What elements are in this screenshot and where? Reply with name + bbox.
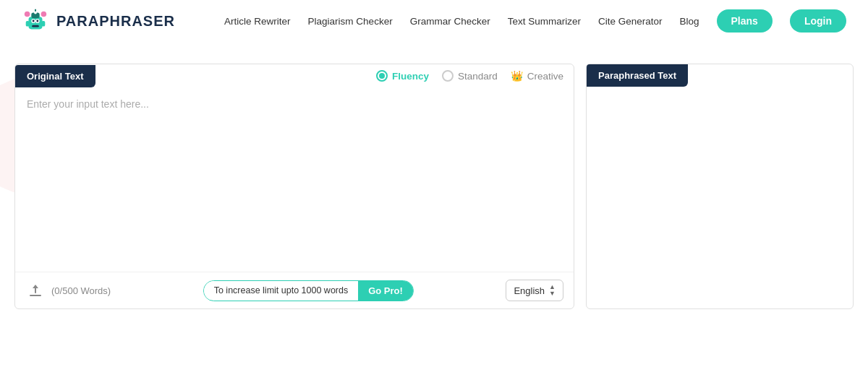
nav: Article Rewriter Plagiarism Checker Gram… [224, 9, 846, 33]
left-panel-header: Original Text Fluency Standard 👑 [15, 64, 574, 87]
left-panel: Original Text Fluency Standard 👑 [14, 64, 574, 309]
left-panel-footer: (0/500 Words) To increase limit upto 100… [15, 272, 574, 308]
text-input-area[interactable]: Enter your input text here... [15, 87, 574, 272]
svg-point-7 [36, 20, 38, 22]
creative-label: Creative [527, 71, 563, 82]
word-count-area: (0/500 Words) [25, 280, 111, 301]
editor-row: Original Text Fluency Standard 👑 [14, 64, 854, 309]
nav-article-rewriter[interactable]: Article Rewriter [224, 16, 291, 27]
main-content: Original Text Fluency Standard 👑 [0, 64, 868, 324]
language-selector[interactable]: English ▲ ▼ [506, 280, 563, 301]
svg-point-6 [33, 20, 35, 22]
svg-marker-15 [33, 285, 38, 288]
spinner-arrows: ▲ ▼ [549, 284, 556, 297]
word-count-label: (0/500 Words) [51, 285, 111, 296]
fluency-label: Fluency [392, 71, 429, 82]
paraphrased-badge: Paraphrased Text [587, 64, 853, 87]
svg-point-12 [41, 12, 47, 17]
promo-text: To increase limit upto 1000 words [204, 281, 359, 300]
upload-icon [27, 282, 43, 298]
svg-rect-8 [32, 25, 39, 27]
nav-plagiarism-checker[interactable]: Plagiarism Checker [308, 16, 393, 27]
original-text-badge: Original Text [15, 65, 95, 87]
svg-point-11 [25, 12, 30, 17]
svg-point-2 [34, 12, 37, 14]
logo-area: PARAPHRASER [22, 7, 175, 35]
spinner-down-icon: ▼ [549, 290, 556, 297]
mode-standard[interactable]: Standard [442, 70, 498, 82]
svg-rect-9 [26, 21, 30, 27]
standard-radio[interactable] [442, 70, 454, 82]
mode-selector: Fluency Standard 👑 Creative [366, 64, 574, 87]
fluency-radio[interactable] [376, 70, 388, 82]
crown-icon: 👑 [511, 70, 523, 82]
nav-cite-generator[interactable]: Cite Generator [598, 16, 663, 27]
right-panel: Paraphrased Text [586, 64, 854, 309]
nav-blog[interactable]: Blog [680, 16, 699, 27]
svg-rect-10 [42, 21, 46, 27]
svg-rect-0 [29, 17, 43, 29]
svg-rect-13 [30, 295, 41, 296]
upload-button[interactable] [25, 280, 46, 301]
mode-fluency[interactable]: Fluency [376, 70, 429, 82]
mode-creative[interactable]: 👑 Creative [511, 70, 563, 82]
header: PARAPHRASER Article Rewriter Plagiarism … [0, 0, 868, 42]
logo-text: PARAPHRASER [56, 13, 175, 30]
standard-label: Standard [458, 71, 498, 82]
nav-text-summarizer[interactable]: Text Summarizer [508, 16, 581, 27]
login-button[interactable]: Login [790, 9, 846, 33]
language-label: English [514, 285, 545, 296]
promo-area: To increase limit upto 1000 words Go Pro… [203, 280, 414, 301]
plans-button[interactable]: Plans [717, 9, 773, 33]
logo-icon [22, 7, 49, 35]
go-pro-button[interactable]: Go Pro! [358, 281, 413, 301]
input-placeholder: Enter your input text here... [27, 98, 149, 110]
nav-grammar-checker[interactable]: Grammar Checker [410, 16, 490, 27]
